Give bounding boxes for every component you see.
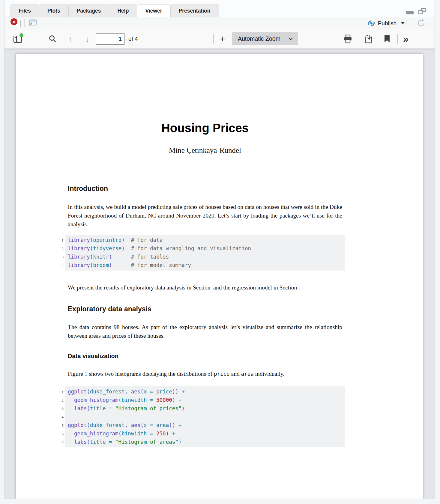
code-line: 6 geom_histogram(binwidth = 250) +	[68, 429, 342, 438]
toolbar-separator	[397, 34, 398, 44]
pdf-viewport[interactable]: Housing Prices Mine Çetinkaya-Rundel Int…	[4, 49, 435, 499]
rstudio-viewer-pane: Files Plots Packages Help Viewer Present…	[4, 0, 435, 499]
toggle-sidebar-icon[interactable]	[13, 35, 23, 43]
publish-label: Publish	[378, 20, 397, 27]
code-line-number: 1	[56, 388, 64, 396]
sidebar-notification-dot	[19, 33, 23, 37]
tab-help[interactable]: Help	[109, 4, 137, 17]
code-line: 4	[68, 413, 342, 421]
code-line: 3 labs(title = "Histogram of prices")	[68, 404, 342, 413]
figure-text: individually.	[254, 371, 285, 377]
bookmark-icon[interactable]	[385, 35, 390, 43]
code-line: 2 geom_histogram(binwidth = 50000) +	[68, 396, 342, 404]
close-viewer-icon[interactable]: ✕	[10, 18, 21, 28]
subsection-heading-data-visualization: Data visualization	[68, 353, 342, 360]
toolbar-separator	[411, 19, 411, 27]
next-page-icon[interactable]: ↓	[85, 35, 89, 43]
paragraph-introduction: In this analysis, we build a model predi…	[68, 203, 342, 229]
figure-1-link[interactable]: 1	[85, 371, 88, 377]
zoom-in-icon[interactable]: +	[220, 34, 225, 44]
download-icon[interactable]	[364, 34, 373, 44]
code-line-number: 3	[56, 253, 64, 261]
page-number-input[interactable]	[96, 33, 125, 45]
inline-code-price: price	[214, 371, 230, 377]
tab-files[interactable]: Files	[10, 4, 39, 17]
section-heading-eda: Exploratory data analysis	[68, 305, 342, 313]
code-line-number: 4	[56, 261, 64, 270]
publish-icon	[367, 20, 375, 27]
toolbar-separator	[213, 34, 214, 44]
document-author: Mine Çetinkaya-Rundel	[68, 146, 342, 155]
zoom-level-label: Automatic Zoom	[238, 35, 280, 42]
print-icon[interactable]	[343, 34, 353, 44]
code-line-number: 5	[56, 421, 64, 430]
inline-code-area: area	[241, 371, 254, 377]
toolbar-more-tools-icon[interactable]: »	[403, 34, 409, 44]
section-heading-introduction: Introduction	[68, 185, 342, 193]
figure-text: shows two histograms displaying the dist…	[88, 371, 214, 377]
code-line-number: 6	[56, 430, 64, 438]
refresh-icon[interactable]	[417, 18, 426, 29]
zoom-level-select[interactable]: Automatic Zoom	[232, 32, 298, 45]
figure-text: and	[230, 371, 241, 377]
tab-packages[interactable]: Packages	[69, 4, 109, 17]
figure-text: Figure	[68, 371, 85, 377]
popout-window-icon[interactable]: ↗	[28, 19, 37, 27]
viewer-toolbar: ✕ ↗ Publish	[4, 17, 435, 29]
publish-button[interactable]: Publish	[367, 17, 405, 29]
search-icon[interactable]	[48, 34, 57, 43]
document-title: Housing Prices	[68, 121, 342, 135]
tab-viewer[interactable]: Viewer	[137, 4, 170, 17]
pane-window-controls	[406, 8, 426, 14]
maximize-pane-icon[interactable]	[418, 8, 426, 14]
publish-caret-icon[interactable]	[401, 22, 405, 24]
zoom-out-icon[interactable]: −	[202, 34, 207, 43]
toolbar-separator	[24, 19, 25, 27]
previous-page-icon[interactable]: ↑	[68, 35, 72, 43]
code-line-number: 7	[56, 438, 64, 446]
code-line-number: 4	[56, 413, 64, 421]
chevron-down-icon	[289, 36, 293, 40]
paragraph-figure-reference: Figure 1 shows two histograms displaying…	[68, 369, 342, 378]
code-line: 1ggplot(duke_forest, aes(x = price)) +	[68, 387, 342, 396]
page-count-label: of 4	[128, 36, 138, 42]
close-icon: ✕	[10, 18, 17, 25]
code-line-number: 2	[56, 396, 64, 405]
code-line-number: 2	[56, 245, 64, 253]
code-line: 4library(broom) # for model summary	[68, 261, 342, 269]
code-line: 3library(knitr) # for tables	[68, 253, 342, 261]
code-block-ggplot: 1ggplot(duke_forest, aes(x = price)) +2 …	[65, 386, 345, 447]
code-block-libraries: 1library(openintro) # for data2library(t…	[65, 235, 345, 271]
code-line: 7 labs(title = "Histogram of areas")	[68, 438, 342, 446]
code-line-number: 3	[56, 405, 64, 413]
pdf-toolbar: ↑ ↓ of 4 − + Automatic Zoom »	[4, 29, 435, 49]
code-line: 5ggplot(duke_forest, aes(x = area)) +	[68, 421, 342, 429]
code-line-number: 1	[56, 236, 64, 245]
tab-presentation[interactable]: Presentation	[171, 4, 219, 17]
paragraph-eda: The data contains 98 houses. As part of …	[68, 323, 342, 340]
pdf-page-1: Housing Prices Mine Çetinkaya-Rundel Int…	[16, 54, 423, 499]
minimize-pane-icon[interactable]	[406, 11, 414, 14]
code-line: 1library(openintro) # for data	[68, 236, 342, 244]
code-line: 2library(tidyverse) # for data wrangling…	[68, 244, 342, 253]
tab-plots[interactable]: Plots	[39, 4, 69, 17]
toolbar-separator	[79, 34, 79, 44]
paragraph-sections-overview: We present the results of exploratory da…	[68, 283, 342, 292]
pane-tab-bar: Files Plots Packages Help Viewer Present…	[4, 0, 435, 17]
